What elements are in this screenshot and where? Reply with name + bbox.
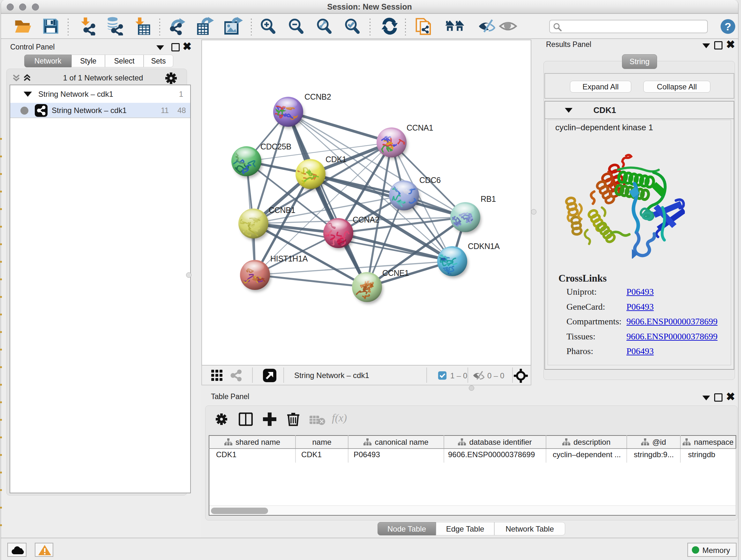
- svg-text:CDC6: CDC6: [419, 176, 441, 185]
- svg-text:CDKN1A: CDKN1A: [468, 242, 500, 251]
- svg-text:RB1: RB1: [481, 194, 496, 203]
- svg-text:CCNA2: CCNA2: [353, 215, 379, 224]
- svg-text:CCNE1: CCNE1: [382, 268, 409, 277]
- svg-text:CDK1: CDK1: [326, 155, 347, 164]
- svg-text:HIST1H1A: HIST1H1A: [270, 254, 308, 263]
- svg-text:CDC25B: CDC25B: [260, 142, 291, 151]
- svg-text:CCNA1: CCNA1: [407, 123, 433, 132]
- svg-text:CCNB2: CCNB2: [305, 92, 331, 101]
- svg-text:CCNB1: CCNB1: [269, 206, 295, 214]
